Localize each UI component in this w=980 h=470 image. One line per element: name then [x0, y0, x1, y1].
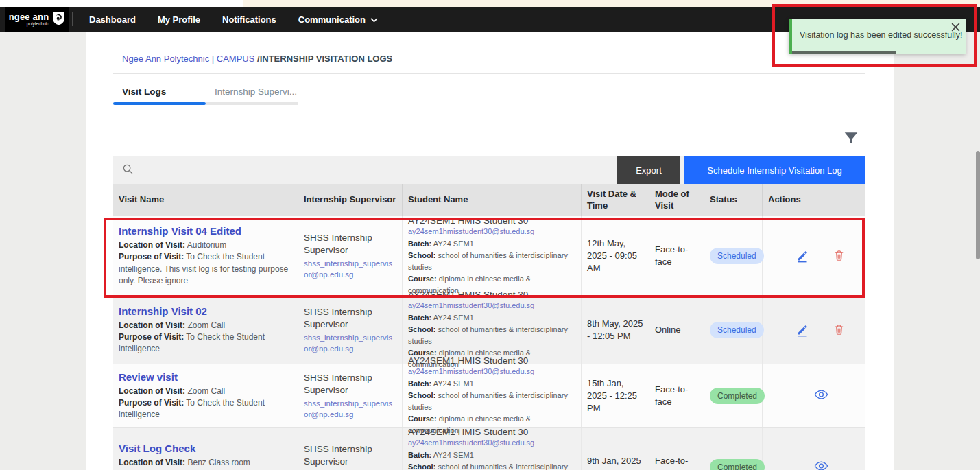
- batch-value: AY24 SEM1: [433, 379, 474, 388]
- location-value: Benz Class room: [187, 458, 250, 467]
- status-cell: Scheduled: [704, 296, 763, 364]
- nav-item-notifications[interactable]: Notifications: [222, 14, 276, 25]
- student-email-link[interactable]: ay24sem1hmisstudent30@stu.edu.sg: [408, 438, 575, 447]
- column-header-visit-date-time: Visit Date & Time: [582, 184, 649, 216]
- edit-icon[interactable]: [796, 249, 809, 263]
- visit-date-cell: 15th Jan, 2025 - 12:25 PM: [582, 364, 649, 427]
- app-screen: ngee ann polytechnic Dashboard My Profil…: [0, 0, 980, 470]
- visit-date-cell: 12th May, 2025 - 09:05 AM: [582, 216, 649, 296]
- nav-divider: [72, 12, 73, 26]
- batch-label: Batch:: [408, 314, 431, 322]
- mode-cell: Online: [649, 296, 704, 364]
- tab-internship-supervisor[interactable]: Internship Supervi...: [215, 86, 297, 97]
- school-line: School: school of humanities & interdisc…: [408, 461, 575, 470]
- close-icon[interactable]: [951, 22, 961, 32]
- location-label: Location of Visit:: [119, 320, 185, 330]
- visit-name-cell: Internship Visit 02 Location of Visit: Z…: [113, 296, 298, 364]
- actions-cell: [763, 428, 865, 470]
- supervisor-email-link[interactable]: shss_internship_supervisor@np.edu.sg: [304, 332, 396, 354]
- school-label: School:: [408, 391, 435, 399]
- view-icon[interactable]: [814, 460, 828, 470]
- delete-icon[interactable]: [833, 323, 846, 337]
- nav-item-my-profile[interactable]: My Profile: [158, 14, 200, 25]
- breadcrumb-current: /INTERNSHIP VISITATION LOGS: [257, 54, 392, 64]
- breadcrumb: Ngee Ann Polytechnic | CAMPUS /INTERNSHI…: [122, 54, 392, 64]
- view-icon[interactable]: [814, 389, 828, 403]
- purpose-label: Purpose of Visit:: [119, 332, 184, 342]
- purpose-label: Purpose of Visit:: [119, 398, 184, 408]
- student-cell: AY24SEM1 HMIS Student 30 ay24sem1hmisstu…: [403, 364, 582, 427]
- batch-label: Batch:: [408, 239, 431, 248]
- supervisor-email-link[interactable]: shss_internship_supervisor@np.edu.sg: [304, 258, 396, 280]
- visit-name-cell: Review visit Location of Visit: Zoom Cal…: [113, 364, 298, 427]
- nav-item-communication[interactable]: Communication: [298, 14, 378, 25]
- visit-name-cell: Visit Log Check Location of Visit: Benz …: [113, 428, 298, 470]
- supervisor-cell: SHSS Internship Supervisor shss_internsh…: [298, 216, 403, 296]
- mode-cell: Face-to-face: [649, 216, 704, 296]
- student-name: AY24SEM1 HMIS Student 30: [408, 215, 575, 226]
- visit-name-link[interactable]: Internship Visit 04 Edited: [119, 225, 292, 237]
- filter-icon[interactable]: [843, 130, 859, 147]
- actions-cell: [763, 364, 865, 427]
- top-strip-cream: [243, 0, 980, 7]
- brand-logo[interactable]: ngee ann polytechnic: [5, 7, 69, 32]
- breadcrumb-link[interactable]: Ngee Ann Polytechnic | CAMPUS: [122, 54, 254, 64]
- batch-label: Batch:: [408, 451, 431, 459]
- batch-line: Batch: AY24 SEM1: [408, 312, 575, 324]
- table-row: Internship Visit 04 Edited Location of V…: [113, 216, 865, 296]
- inactive-tab-indicator: [206, 102, 298, 105]
- batch-value: AY24 SEM1: [433, 451, 474, 459]
- active-tab-indicator: [113, 102, 206, 105]
- school-label: School:: [408, 325, 435, 333]
- school-label: School:: [408, 462, 435, 470]
- delete-icon[interactable]: [833, 249, 846, 263]
- column-header-mode-of-visit: Mode of Visit: [649, 184, 704, 216]
- student-cell: AY24SEM1 HMIS Student 30 ay24sem1hmisstu…: [403, 216, 582, 296]
- school-label: School:: [408, 251, 435, 259]
- nav-item-communication-label: Communication: [298, 14, 366, 25]
- student-email-link[interactable]: ay24sem1hmisstudent30@stu.edu.sg: [408, 227, 575, 235]
- supervisor-email-link[interactable]: shss_internship_supervisor@np.edu.sg: [304, 398, 396, 420]
- batch-value: AY24 SEM1: [433, 239, 474, 248]
- page-scrollbar-thumb[interactable]: [976, 151, 980, 259]
- supervisor-cell: SHSS Internship Supervisor shss_internsh…: [298, 296, 403, 364]
- column-header-internship-supervisor: Internship Supervisor: [298, 184, 403, 216]
- status-badge: Scheduled: [710, 322, 764, 338]
- location-line: Location of Visit: Benz Class room: [119, 457, 292, 469]
- status-badge: Completed: [710, 388, 765, 404]
- export-button[interactable]: Export: [617, 156, 680, 184]
- status-badge: Completed: [710, 459, 765, 470]
- status-badge: Scheduled: [710, 248, 764, 264]
- visit-date-cell: 8th May, 2025 - 12:05 PM: [582, 296, 649, 364]
- student-email-link[interactable]: ay24sem1hmisstudent30@stu.edu.sg: [408, 301, 575, 309]
- location-label: Location of Visit:: [119, 386, 185, 396]
- school-line: School: school of humanities & interdisc…: [408, 324, 575, 347]
- mode-value: Face-to-face: [655, 455, 698, 470]
- visit-date-cell: 9th Jan, 2025 - 09:05 PM: [582, 428, 649, 470]
- course-label: Course:: [408, 414, 437, 423]
- visit-name-cell: Internship Visit 04 Edited Location of V…: [113, 216, 298, 296]
- batch-value: AY24 SEM1: [433, 314, 474, 322]
- tab-visit-logs[interactable]: Visit Logs: [122, 86, 166, 97]
- location-value: Zoom Call: [187, 386, 225, 396]
- edit-icon[interactable]: [796, 323, 809, 337]
- schedule-visitation-log-button[interactable]: Schedule Internship Visitation Log: [684, 156, 865, 184]
- purpose-line: Purpose of Visit: To Check the Student i…: [119, 251, 292, 286]
- student-name: AY24SEM1 HMIS Student 30: [408, 290, 575, 300]
- location-line: Location of Visit: Zoom Call: [119, 320, 292, 331]
- student-cell: AY24SEM1 HMIS Student 30 ay24sem1hmisstu…: [403, 428, 582, 470]
- purpose-line: Purpose of Visit: To Check the Student i…: [119, 397, 292, 421]
- visit-date-value: 8th May, 2025 - 12:05 PM: [587, 318, 643, 342]
- toast-message: Visitation log has been edited successfu…: [800, 30, 962, 40]
- student-email-link[interactable]: ay24sem1hmisstudent30@stu.edu.sg: [408, 367, 575, 375]
- visit-date-value: 15th Jan, 2025 - 12:25 PM: [587, 377, 643, 415]
- table-header: Visit Name Internship Supervisor Student…: [113, 184, 865, 216]
- visit-name-link[interactable]: Internship Visit 02: [119, 305, 292, 317]
- supervisor-cell: SHSS Internship Supervisor shss_internsh…: [298, 428, 403, 470]
- visit-name-link[interactable]: Review visit: [119, 371, 292, 383]
- nav-item-dashboard[interactable]: Dashboard: [89, 14, 136, 25]
- supervisor-name: SHSS Internship Supervisor: [304, 232, 396, 257]
- location-value: Zoom Call: [187, 320, 225, 330]
- brand-logo-text: ngee ann polytechnic: [9, 12, 49, 27]
- visit-name-link[interactable]: Visit Log Check: [119, 443, 292, 454]
